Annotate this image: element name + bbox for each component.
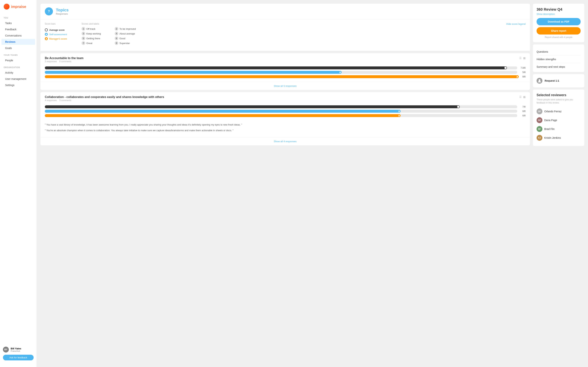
question-item-0[interactable]: Questions: [536, 48, 581, 56]
self-assessment-label: Self-assessment: [49, 33, 67, 36]
reviewer-brad: BF Brad Flin: [536, 125, 581, 133]
questions-list: Questions Hidden strengths Summary and n…: [536, 48, 581, 68]
question-item-2[interactable]: Summary and next steps: [536, 63, 581, 68]
bar-score-manager-accountability: 8/8: [519, 75, 526, 78]
sidebar-item-reviews[interactable]: Reviews: [1, 39, 35, 45]
bar-track-self-accountability: [45, 71, 517, 74]
reviewer-name-dana: Dana Page: [544, 119, 557, 122]
score-bars-col: Score bars Average score Self-assessment: [45, 23, 74, 45]
center-panel: ? Topics Responses Score bars Average sc…: [40, 4, 530, 363]
topic-responses-collaboration: 4 responses: [45, 99, 57, 102]
sidebar-bottom: BY Bill Yates PraiseHub Ask for feedback: [0, 344, 36, 363]
average-score-icon: [45, 28, 48, 31]
bar-row-manager-accountability: 8/8: [45, 75, 526, 78]
score-bars-label: Score bars: [45, 23, 74, 25]
hide-legend-button[interactable]: Hide score legend: [506, 23, 526, 25]
topic-section-collaboration: Collaboration - collaborates and coopera…: [40, 92, 530, 145]
reviewer-avatar-dana: DP: [536, 117, 542, 123]
score-num-5: 5: [82, 36, 85, 40]
sidebar-item-people[interactable]: People: [1, 58, 35, 63]
question-item-1[interactable]: Hidden strengths: [536, 56, 581, 63]
user-name: Bill Yates: [11, 347, 21, 350]
sidebar-item-goals[interactable]: Goals: [1, 45, 35, 51]
topic-icons-collaboration: ☰ ▩: [519, 95, 526, 98]
share-button[interactable]: Share report: [536, 27, 581, 34]
chart-icon[interactable]: ▩: [523, 57, 526, 59]
show-responses-collaboration[interactable]: Show all 4 responses: [40, 137, 530, 145]
sidebar-item-feedback[interactable]: Feedback: [1, 26, 35, 32]
topics-icon: ?: [45, 7, 53, 16]
reviewer-kristin: KJ Kristin Jenkins: [536, 133, 581, 142]
reviewers-title: Selected reviewers: [536, 93, 581, 97]
topics-info: Topics Responses: [56, 8, 69, 15]
request-11-card[interactable]: Request 1:1: [533, 74, 584, 87]
bar-fill-average-collaboration: [45, 105, 458, 108]
sidebar-item-activity[interactable]: Activity: [1, 70, 35, 75]
score-legend-header: Score bars Average score Self-assessment: [45, 23, 526, 45]
bar-track-self-collaboration: [45, 110, 517, 113]
logo-text: impraise: [11, 5, 26, 9]
score-label-5: Getting there: [86, 37, 100, 40]
score-item-1: 1 Off track: [82, 27, 111, 31]
list-icon[interactable]: ☰: [519, 57, 522, 59]
user-profile: BY Bill Yates PraiseHub: [3, 347, 34, 352]
manager-score-icon: [45, 37, 48, 40]
bar-row-manager-collaboration: 6/8: [45, 114, 526, 117]
reviewer-name-brad: Brad Flin: [544, 127, 554, 131]
sidebar-item-settings[interactable]: Settings: [1, 82, 35, 88]
list-icon-collab[interactable]: ☰: [519, 95, 522, 98]
bar-end-average: [504, 67, 507, 69]
shared-info: Report shared with 4 people: [536, 36, 581, 39]
bar-row-average-collaboration: 7/8: [45, 105, 526, 108]
score-item-5: 5 Getting there: [82, 36, 111, 40]
logo: impraise: [0, 4, 36, 14]
reviewer-avatar-kristin: KJ: [536, 135, 542, 141]
topic-title-collaboration: Collaboration - collaborates and coopera…: [45, 95, 164, 99]
score-item-2: 2 To be improved: [115, 27, 144, 31]
ask-feedback-button[interactable]: Ask for feedback: [3, 355, 34, 360]
score-label-1: Off track: [86, 27, 95, 30]
sidebar: impraise YOU Tasks Feedback Conversation…: [0, 0, 37, 367]
quote-section-collaboration: " You have a vast library of knowledge, …: [40, 121, 530, 137]
avatar: BY: [3, 347, 9, 352]
bar-end-self: [339, 71, 342, 74]
score-num-8: 8: [115, 41, 118, 45]
sidebar-item-conversations[interactable]: Conversations: [1, 33, 35, 39]
topic-header-collaboration: Collaboration - collaborates and coopera…: [40, 92, 530, 103]
score-label-3: Keep working: [86, 32, 101, 35]
score-item-8: 8 Superstar: [115, 41, 144, 45]
bar-end-manager-collab: [398, 114, 401, 117]
chart-icon-collab[interactable]: ▩: [523, 95, 526, 98]
bar-track-average-collaboration: [45, 105, 517, 108]
topic-title-accountability: Be Accountable to the team: [45, 57, 83, 60]
score-num-3: 3: [82, 32, 85, 35]
topic-bars-collaboration: 7/8 6/8: [40, 103, 530, 121]
bar-row-average-accountability: 7.8/8: [45, 67, 526, 69]
topics-header: ? Topics Responses: [40, 4, 530, 19]
score-legend: Score bars Average score Self-assessment: [40, 19, 530, 51]
main-content: ? Topics Responses Score bars Average sc…: [37, 0, 588, 367]
reviewer-orlando: OF Orlando Ferraz: [536, 107, 581, 116]
score-num-2: 2: [115, 27, 118, 31]
bar-track-manager-collaboration: [45, 114, 517, 117]
topics-subtitle: Responses: [56, 12, 69, 15]
scores-grid: 1 Off track 2 To be improved 3 Keep work…: [82, 27, 144, 45]
score-num-4: 4: [115, 32, 118, 35]
score-label-2: To be improved: [120, 27, 136, 30]
score-num-7: 7: [82, 41, 85, 45]
topic-header-accountability: Be Accountable to the team 5 responses 0…: [40, 53, 530, 64]
sidebar-item-user-management[interactable]: User management: [1, 76, 35, 82]
sidebar-item-tasks[interactable]: Tasks: [1, 20, 35, 26]
self-assessment-icon: [45, 33, 48, 36]
legend-average: Average score: [45, 28, 74, 31]
bar-end-self-collab: [398, 110, 401, 113]
show-responses-accountability[interactable]: Show all 5 responses: [40, 82, 530, 90]
show-description-link[interactable]: Show description: [536, 13, 581, 16]
svg-point-6: [539, 79, 540, 81]
topics-title: Topics: [56, 8, 69, 12]
request-11-avatar: [536, 78, 542, 84]
bar-fill-self-accountability: [45, 71, 340, 74]
bar-track-manager-accountability: [45, 75, 517, 78]
sidebar-section-org: ORGANIZATION: [0, 64, 36, 70]
download-button[interactable]: Download as PDF: [536, 18, 581, 25]
